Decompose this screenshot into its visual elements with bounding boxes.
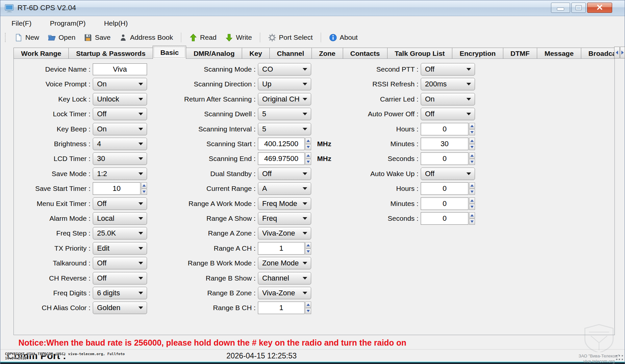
toolbar-grip[interactable] [5,33,7,42]
close-button[interactable] [587,3,612,13]
range-b-show-select[interactable]: Channel [258,272,311,284]
hours-input[interactable]: 0 [421,123,468,135]
tab-work-range[interactable]: Work Range [13,48,69,59]
tab-broadcast[interactable]: Broadcast [581,48,615,59]
tab-zone[interactable]: Zone [312,48,343,59]
key-beep-select[interactable]: On [93,123,147,135]
return-after-scanning-select[interactable]: Original CH [258,93,311,105]
auto-wake-up-select[interactable]: Off [421,168,475,180]
device-name-input[interactable]: Viva [93,63,147,75]
tab-dmr-analog[interactable]: DMR/Analog [186,48,242,59]
current-range-select[interactable]: A [258,182,311,195]
tab-startup-passwords[interactable]: Startup & Passwords [68,48,153,59]
auto-power-off-select[interactable]: Off [421,108,475,120]
ch-reverse-select[interactable]: Off [93,272,147,284]
scanning-dwell-select[interactable]: 5 [258,108,311,120]
spin-up-button[interactable] [305,302,311,308]
menu-file-f[interactable]: File(F) [10,18,34,29]
minimize-button[interactable] [551,3,570,13]
resize-grip[interactable] [616,355,623,361]
spin-up-button[interactable] [469,182,475,189]
menu-exit-timer-select[interactable]: Off [93,197,147,210]
seconds-input[interactable]: 0 [421,152,468,165]
menu-help-h[interactable]: Help(H) [102,18,130,29]
ch-alias-color-select[interactable]: Golden [93,302,147,314]
lock-timer-value: Off [97,110,107,118]
tab-contacts[interactable]: Contacts [343,48,388,59]
alarm-mode-select[interactable]: Local [93,212,147,225]
range-a-ch-input[interactable]: 1 [258,242,305,255]
freq-step-value: 25.0K [97,229,116,238]
tab-scroll-left-button[interactable] [614,47,620,58]
tab-scroll-right-button[interactable] [620,47,625,58]
scanning-mode-value: CO [262,65,273,74]
tab-key[interactable]: Key [242,48,270,59]
save-button[interactable]: Save [81,33,113,42]
spin-up-button[interactable] [305,242,311,248]
range-b-ch-input[interactable]: 1 [258,302,305,314]
spin-down-button[interactable] [469,129,475,136]
open-button[interactable]: Open [45,33,78,42]
lcd-timer-select[interactable]: 30 [93,152,147,165]
second-ptt-select[interactable]: Off [421,63,475,76]
scanning-start-input[interactable]: 400.12500 [258,138,305,150]
save-start-timer-input[interactable]: 10 [93,182,140,195]
write-button[interactable]: Write [222,33,255,42]
tab-dtmf[interactable]: DTMF [503,48,537,59]
read-button[interactable]: Read [187,33,219,42]
range-b-zone-select[interactable]: Viva-Zone [258,287,311,299]
minutes-input[interactable]: 30 [421,138,468,150]
address-book-button[interactable]: Address Book [116,33,176,42]
spin-up-button[interactable] [469,152,475,159]
tab-message[interactable]: Message [537,48,581,59]
minutes-input[interactable]: 0 [421,197,468,210]
basic-settings-panel: Device Name :VivaVoice Prompt :OnKey Loc… [13,58,615,335]
lock-timer-select[interactable]: Off [93,108,147,120]
scanning-end-input[interactable]: 469.97500 [258,152,305,165]
spin-down-button[interactable] [469,159,475,165]
hours-input[interactable]: 0 [421,182,468,195]
range-a-work-mode-select[interactable]: Freq Mode [258,197,311,210]
spin-up-button[interactable] [469,212,475,218]
scanning-interval-select[interactable]: 5 [258,123,311,135]
save-mode-select[interactable]: 1:2 [93,168,147,180]
tab-encryption[interactable]: Encryption [452,48,503,59]
tab-channel[interactable]: Channel [269,48,312,59]
range-a-ch-label: Range A CH : [142,242,256,255]
talkaround-select[interactable]: Off [93,257,147,269]
key-lock-select[interactable]: Unlock [93,93,147,105]
dual-standby-select[interactable]: Off [258,168,311,180]
rssi-refresh-select[interactable]: 200ms [421,78,475,90]
tx-priority-select[interactable]: Edit [93,242,147,255]
maximize-button[interactable] [571,3,586,13]
tab-basic[interactable]: Basic [153,46,186,59]
tab-talk-group-list[interactable]: Talk Group List [387,48,452,59]
voice-prompt-select[interactable]: On [93,78,147,90]
seconds-spinner: 0 [421,212,475,225]
range-b-work-mode-select[interactable]: Zone Mode [258,257,311,269]
spin-up-button[interactable] [469,197,475,204]
spin-down-button[interactable] [305,249,311,255]
spin-down-button[interactable] [469,144,475,150]
scanning-mode-select[interactable]: CO [258,63,311,76]
range-a-ch-spin-buttons [305,242,311,255]
scanning-direction-select[interactable]: Up [258,78,311,90]
seconds-input[interactable]: 0 [421,212,468,225]
spin-down-button[interactable] [305,308,311,314]
about-button[interactable]: About [326,33,361,42]
spin-down-button[interactable] [469,189,475,195]
carrier-led-select[interactable]: On [421,93,475,105]
spin-up-button[interactable] [469,138,475,144]
range-a-show-select[interactable]: Freq [258,212,311,225]
menu-program-p[interactable]: Program(P) [48,18,88,29]
range-a-zone-select[interactable]: Viva-Zone [258,227,311,239]
seconds-spinner: 0 [421,152,475,165]
spin-up-button[interactable] [469,123,475,129]
port-select-button[interactable]: Port Select [265,33,315,42]
brightness-select[interactable]: 4 [93,138,147,150]
freq-digits-select[interactable]: 6 digits [93,287,147,299]
new-button[interactable]: New [12,33,42,42]
spin-down-button[interactable] [469,204,475,210]
spin-down-button[interactable] [469,219,475,225]
freq-step-select[interactable]: 25.0K [93,227,147,239]
